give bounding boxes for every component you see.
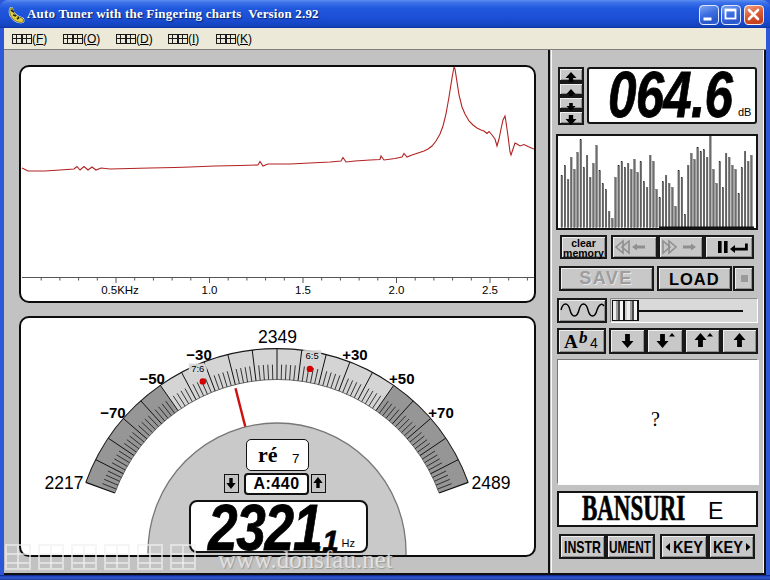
svg-text:−70: −70 — [100, 404, 125, 421]
svg-text:7:6: 7:6 — [191, 363, 204, 374]
svg-text:2217: 2217 — [45, 473, 84, 493]
svg-text:2.5: 2.5 — [482, 284, 498, 296]
svg-text:1.0: 1.0 — [202, 284, 218, 296]
svg-text:KEY: KEY — [713, 537, 744, 556]
svg-text:+50: +50 — [389, 370, 414, 387]
svg-text:KEY: KEY — [673, 537, 704, 556]
svg-text:2349: 2349 — [258, 327, 297, 347]
svg-text:+30: +30 — [342, 346, 367, 363]
svg-text:6:5: 6:5 — [306, 350, 319, 361]
svg-text:−30: −30 — [186, 346, 211, 363]
svg-text:2.0: 2.0 — [389, 284, 405, 296]
svg-text:−50: −50 — [139, 370, 164, 387]
svg-text:2489: 2489 — [472, 473, 511, 493]
svg-text:0.5KHz: 0.5KHz — [101, 284, 139, 296]
svg-text:INSTR: INSTR — [564, 537, 601, 556]
svg-text:1.5: 1.5 — [295, 284, 311, 296]
svg-text:+70: +70 — [428, 404, 453, 421]
svg-text:UMENT: UMENT — [609, 537, 651, 556]
